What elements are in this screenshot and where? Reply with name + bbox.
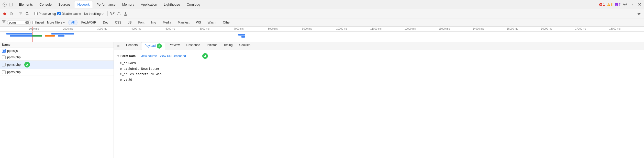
detail-tab-initiator[interactable]: Initiator: [204, 42, 220, 50]
disable-cache-label[interactable]: Disable cache: [57, 12, 81, 16]
request-bar[interactable]: [51, 33, 64, 35]
filter-pill-css[interactable]: CSS: [112, 20, 124, 25]
view-url-encoded-link[interactable]: view URL-encoded: [160, 54, 186, 58]
file-name: ppms.php: [7, 70, 21, 74]
file-checkbox[interactable]: [2, 70, 6, 74]
tab-lighthouse[interactable]: Lighthouse: [161, 1, 183, 8]
settings-icon[interactable]: [623, 2, 628, 7]
wifi-icon[interactable]: [110, 11, 115, 16]
network-toolbar: Preserve log Disable cache No throttling: [0, 9, 644, 18]
form-value: 20: [128, 77, 132, 83]
tab-elements[interactable]: Elements: [16, 1, 36, 8]
filter-pill-img[interactable]: Img: [148, 20, 159, 25]
view-source-link[interactable]: view source: [141, 54, 157, 58]
filter-clear-button[interactable]: ✕: [25, 21, 29, 24]
filter-pill-fetch/xhr[interactable]: Fetch/XHR: [79, 20, 99, 25]
filter-toggle-button[interactable]: [18, 11, 23, 16]
detail-tab-timing[interactable]: Timing: [220, 42, 236, 50]
filter-pill-media[interactable]: Media: [160, 20, 174, 25]
file-checkbox[interactable]: [2, 63, 6, 66]
filter-pill-js[interactable]: JS: [125, 20, 134, 25]
detail-close-button[interactable]: ✕: [116, 43, 121, 49]
detail-tab-cookies[interactable]: Cookies: [236, 42, 253, 50]
detail-tabs: ✕ HeadersPayload3PreviewResponseInitiato…: [114, 42, 644, 50]
request-bar[interactable]: [64, 33, 74, 35]
record-button[interactable]: [2, 11, 7, 16]
form-key: e_c:: [120, 61, 127, 66]
request-bar[interactable]: [19, 33, 32, 35]
file-row[interactable]: ppms.php: [0, 69, 114, 75]
file-list-rows: ppms.jsppms.phpppms.php2ppms.php: [0, 48, 114, 75]
filter-pill-doc[interactable]: Doc: [100, 20, 111, 25]
filter-pill-other[interactable]: Other: [220, 20, 233, 25]
clear-button[interactable]: [9, 11, 14, 16]
download-icon[interactable]: [123, 11, 128, 16]
timeline-tick: 9000 ms: [302, 27, 312, 30]
filter-pill-font[interactable]: Font: [135, 20, 147, 25]
request-bar[interactable]: [241, 36, 245, 38]
timeline-tick: 6000 ms: [200, 27, 209, 30]
tab-sources[interactable]: Sources: [55, 1, 74, 8]
filter-pill-all[interactable]: All: [68, 20, 77, 25]
tab-bar-left: [2, 2, 13, 7]
filter-pill-wasm[interactable]: Wasm: [205, 20, 219, 25]
filter-pill-ws[interactable]: WS: [193, 20, 204, 25]
svg-point-10: [3, 13, 6, 15]
preserve-log-label[interactable]: Preserve log: [34, 12, 56, 16]
toolbar-divider-1: [16, 11, 16, 16]
tab-console[interactable]: Console: [36, 1, 55, 8]
file-row[interactable]: ppms.js: [0, 48, 114, 54]
more-filters-button[interactable]: More filters: [46, 20, 67, 25]
filter-pill-manifest[interactable]: Manifest: [175, 20, 192, 25]
filter-bar: ✕ Invert More filters AllFetch/XHRDocCSS…: [0, 18, 644, 27]
tab-bar-right: ✕ 1 ! 8 ▶ 7 ⋮ ✕: [599, 2, 642, 7]
upload-icon[interactable]: [116, 11, 121, 16]
detail-tab-response[interactable]: Response: [183, 42, 203, 50]
timeline-tick: 2000 ms: [63, 27, 73, 30]
request-bar[interactable]: [238, 34, 245, 36]
dock-icon[interactable]: [8, 2, 13, 7]
file-name: ppms.php: [7, 55, 21, 59]
request-bar[interactable]: [45, 35, 55, 37]
file-checkbox[interactable]: [2, 55, 6, 59]
warning-badge: ! 8: [607, 3, 613, 6]
timeline-ruler: 1000 ms2000 ms3000 ms4000 ms5000 ms6000 …: [0, 27, 644, 32]
detail-tab-preview[interactable]: Preview: [166, 42, 183, 50]
detail-tab-payload[interactable]: Payload3: [141, 42, 165, 50]
filter-icon[interactable]: [2, 20, 6, 24]
svg-text:✕: ✕: [600, 4, 602, 6]
preserve-log-checkbox[interactable]: [34, 12, 38, 15]
file-row[interactable]: ppms.php2: [0, 61, 114, 69]
file-row[interactable]: ppms.php: [0, 54, 114, 61]
request-bar[interactable]: [58, 35, 64, 37]
tab-memory[interactable]: Memory: [119, 1, 137, 8]
tab-network[interactable]: Network: [74, 1, 93, 8]
request-bar[interactable]: [10, 35, 36, 37]
timeline-tick: 18000 ms: [609, 27, 620, 30]
file-type-icon: [2, 49, 6, 53]
more-icon[interactable]: ⋮: [630, 2, 635, 7]
request-bar[interactable]: [32, 35, 42, 37]
filter-input-wrap: ✕: [7, 20, 31, 25]
svg-rect-16: [3, 50, 5, 52]
detail-tab-headers[interactable]: Headers: [123, 42, 141, 50]
tab-omnibug[interactable]: Omnibug: [184, 1, 203, 8]
disable-cache-checkbox[interactable]: [57, 12, 61, 15]
filter-input[interactable]: [9, 21, 24, 24]
invert-label[interactable]: Invert: [32, 21, 44, 24]
devtools-icon[interactable]: [2, 2, 7, 7]
form-key: e_v:: [120, 77, 127, 83]
close-icon[interactable]: ✕: [637, 2, 642, 7]
toolbar-divider-3: [107, 11, 108, 16]
tab-application[interactable]: Application: [138, 1, 160, 8]
tab-performance[interactable]: Performance: [93, 1, 118, 8]
section-actions: view source view URL-encoded: [141, 54, 186, 58]
search-button[interactable]: [25, 11, 30, 16]
purple-badge: ▶ 7: [615, 3, 620, 6]
timeline-tick: 7000 ms: [234, 27, 243, 30]
throttle-selector[interactable]: No throttling: [83, 12, 106, 16]
gear-settings-icon[interactable]: [636, 11, 642, 17]
invert-checkbox[interactable]: [32, 21, 36, 24]
svg-line-14: [28, 14, 29, 15]
svg-text:▶: ▶: [616, 4, 617, 6]
